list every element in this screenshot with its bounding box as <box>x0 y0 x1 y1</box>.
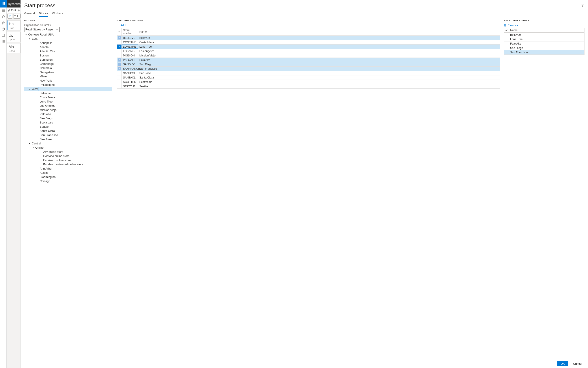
col-name[interactable]: Name <box>138 28 500 36</box>
table-row[interactable]: San Francisco <box>504 50 584 55</box>
table-row[interactable]: Palo Alto <box>504 41 584 46</box>
table-row[interactable]: ✓LONETRELone Tree <box>117 45 500 49</box>
tree-node[interactable]: Fabrikam online store <box>24 158 112 162</box>
tree-node[interactable]: Fabrikam extended online store <box>24 162 112 166</box>
filter-search-input[interactable]: Fi <box>13 14 20 18</box>
recent-icon[interactable] <box>0 26 7 32</box>
table-row[interactable]: SEATTLESeattle <box>117 84 500 89</box>
table-row[interactable]: SANTACLSanta Clara <box>117 75 500 80</box>
tree-node[interactable]: Columbia <box>24 66 112 70</box>
app-launcher-icon[interactable] <box>0 0 7 8</box>
table-row[interactable]: ✓SANDIEGSan Diego <box>117 62 500 67</box>
row-checkbox[interactable]: ✓ <box>117 45 122 49</box>
tree-node[interactable]: Boston <box>24 53 112 57</box>
tree-node[interactable]: Palo Alto <box>24 112 112 116</box>
hamburger-icon[interactable] <box>0 8 7 14</box>
star-icon[interactable] <box>0 20 7 26</box>
row-checkbox[interactable] <box>117 71 122 75</box>
select-all-checkbox[interactable] <box>117 28 122 36</box>
tree-node[interactable]: San Diego <box>24 116 112 120</box>
tree-node[interactable]: Scottsdale <box>24 120 112 125</box>
table-row[interactable]: SANJOSESan Jose <box>117 71 500 75</box>
row-checkbox[interactable] <box>117 53 122 57</box>
home-icon[interactable] <box>0 14 7 20</box>
tree-node[interactable]: Atlantic City <box>24 49 112 53</box>
tree-node[interactable]: AW online store <box>24 150 112 154</box>
tree-node[interactable]: Bloomington <box>24 175 112 179</box>
table-row[interactable]: ✓BELLEVUBellevue <box>117 36 500 40</box>
table-row[interactable]: Lone Tree <box>504 37 584 41</box>
tree-node[interactable]: Mission Viejo <box>24 108 112 112</box>
row-checkbox[interactable] <box>117 40 122 44</box>
tree-node[interactable]: Los Angeles <box>24 104 112 108</box>
background-card[interactable]: UpUpda <box>7 32 20 42</box>
tree-node[interactable]: Chicago <box>24 179 112 183</box>
tree-node[interactable]: Bellevue <box>24 91 112 95</box>
tree-node[interactable]: Cambridge <box>24 62 112 66</box>
plus-icon[interactable] <box>17 9 20 12</box>
table-row[interactable]: San Diego <box>504 46 584 50</box>
table-row[interactable]: MISSIONMission Viejo <box>117 53 500 58</box>
add-button[interactable]: Add <box>117 23 500 28</box>
tree-node[interactable]: ▾West <box>24 87 112 91</box>
tree-node[interactable]: New York <box>24 79 112 83</box>
row-checkbox[interactable] <box>117 75 122 80</box>
col-name[interactable]: Name <box>509 28 584 32</box>
tree-node[interactable]: Contoso online store <box>24 154 112 158</box>
table-row[interactable]: LOSANGELos Angeles <box>117 49 500 53</box>
table-row[interactable]: Bellevue <box>504 33 584 37</box>
row-checkbox[interactable]: ✓ <box>117 36 122 40</box>
tree-node[interactable]: Santa Clara <box>24 129 112 133</box>
tree-node[interactable]: San Jose <box>24 137 112 141</box>
tree-node[interactable]: ▾East <box>24 37 112 41</box>
table-row[interactable]: ✓PALOALTPalo Alto <box>117 58 500 62</box>
list-icon[interactable] <box>0 38 7 45</box>
tree-node[interactable]: Burlington <box>24 57 112 62</box>
org-hierarchy-dropdown[interactable]: Retail Stores by Region <box>24 27 60 32</box>
tree-node[interactable]: Miami <box>24 74 112 79</box>
tree-node[interactable]: Ann Arbor <box>24 166 112 171</box>
help-icon[interactable]: ? <box>580 2 585 9</box>
tab-workers[interactable]: Workers <box>52 11 63 17</box>
background-card[interactable]: HoPrep <box>7 20 20 30</box>
table-row[interactable]: ✓SANFRANCISSan Francisco <box>117 67 500 71</box>
filter-icon[interactable] <box>8 14 12 18</box>
row-checkbox[interactable] <box>117 49 122 53</box>
tree-node[interactable]: Seattle <box>24 125 112 129</box>
workspace-icon[interactable] <box>0 32 7 38</box>
row-checkbox[interactable] <box>117 80 122 84</box>
tree-node[interactable]: ▾Online <box>24 146 112 150</box>
resize-handle-icon[interactable]: ⋮ <box>113 188 114 193</box>
background-card[interactable]: MoGene <box>7 43 20 53</box>
cancel-button[interactable]: Cancel <box>570 361 585 366</box>
row-checkbox[interactable]: ✓ <box>117 67 122 71</box>
tree-node[interactable]: Georgetown <box>24 70 112 74</box>
tree-node[interactable]: San Francisco <box>24 133 112 137</box>
tree-node[interactable]: ▾Contoso Retail USA <box>24 32 112 37</box>
table-row[interactable]: COSTAMECosta Mesa <box>117 40 500 45</box>
tab-stores[interactable]: Stores <box>39 11 48 17</box>
row-checkbox[interactable]: ✓ <box>117 62 122 66</box>
row-checkbox[interactable]: ✓ <box>117 58 122 62</box>
row-checkbox[interactable] <box>504 33 509 37</box>
org-tree[interactable]: ▾Contoso Retail USA▾EastAnnapolisAtlanta… <box>24 32 112 358</box>
tree-node[interactable]: Philadelphia <box>24 83 112 87</box>
tab-general[interactable]: General <box>24 11 35 17</box>
col-store-number[interactable]: Store number <box>122 28 138 36</box>
row-checkbox[interactable] <box>504 46 509 50</box>
tree-node[interactable]: Austin <box>24 171 112 175</box>
row-checkbox[interactable] <box>504 37 509 41</box>
select-all-checkbox[interactable] <box>504 28 509 32</box>
tree-node[interactable]: Costa Mesa <box>24 95 112 100</box>
tree-node[interactable]: Annapolis <box>24 41 112 45</box>
ok-button[interactable]: OK <box>557 361 568 366</box>
row-checkbox[interactable] <box>117 84 122 88</box>
tree-node[interactable]: Lone Tree <box>24 100 112 104</box>
remove-button[interactable]: Remove <box>504 23 585 28</box>
tree-node[interactable]: Atlanta <box>24 45 112 49</box>
row-checkbox[interactable] <box>504 41 509 46</box>
row-checkbox[interactable] <box>504 50 509 55</box>
tree-node[interactable]: ▾Central <box>24 141 112 146</box>
edit-label[interactable]: Edit <box>11 9 16 12</box>
table-row[interactable]: SCOTTSDScottsdale <box>117 80 500 84</box>
